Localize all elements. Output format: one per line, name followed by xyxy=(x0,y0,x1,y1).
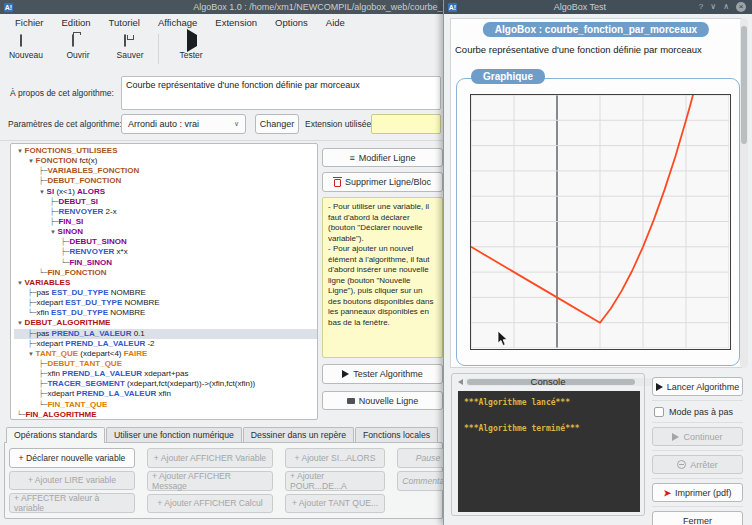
test-algorithm-button[interactable]: Tester Algorithme xyxy=(322,364,443,384)
save-button[interactable]: Sauver xyxy=(104,30,156,60)
new-button[interactable]: Nouveau xyxy=(0,30,52,60)
op-button-ajouter-afficher-message[interactable]: + Ajouter AFFICHER Message xyxy=(147,471,273,491)
shade-icon[interactable]: ∨ xyxy=(710,2,716,12)
change-params-button[interactable]: Changer xyxy=(255,114,299,134)
op-button-ajouter-afficher-calcul[interactable]: + Ajouter AFFICHER Calcul xyxy=(147,494,273,514)
tree-line[interactable]: ├─xfin PREND_LA_VALEUR xdepart+pas xyxy=(14,369,317,379)
menu-aide[interactable]: Aide xyxy=(317,17,354,28)
close-test-button[interactable]: Fermer xyxy=(652,511,743,525)
tree-line[interactable]: ├─DEBUT_SI xyxy=(14,197,317,207)
tree-token: (xdepart<4) xyxy=(78,349,124,358)
tree-line[interactable]: ├─FIN_SI xyxy=(14,217,317,227)
expand-triangle-icon: ▼ xyxy=(17,280,25,286)
op-button-ajouter-si-alors[interactable]: + Ajouter SI...ALORS xyxy=(285,448,385,468)
tab-utiliser-une-fonction-num-rique[interactable]: Utiliser une fonction numérique xyxy=(106,427,242,443)
divider xyxy=(652,478,743,479)
tree-line[interactable]: ├─TRACER_SEGMENT (xdepart,fct(xdepart))-… xyxy=(14,379,317,389)
tree-line[interactable]: ├─DEBUT_TANT_QUE xyxy=(14,359,317,369)
continue-button[interactable]: Continuer xyxy=(652,427,743,446)
extension-field[interactable] xyxy=(371,114,441,134)
tab-op-rations-standards[interactable]: Opérations standards xyxy=(6,427,105,443)
expand-triangle-icon: ▼ xyxy=(17,320,25,326)
tree-line[interactable]: └─FIN_TANT_QUE xyxy=(14,400,317,410)
tree-line[interactable]: └─xfin EST_DU_TYPE NOMBRE xyxy=(14,308,317,318)
tree-line[interactable]: ├─xdepart PREND_LA_VALEUR xfin xyxy=(14,389,317,399)
op-button-ajouter-tant-que[interactable]: + Ajouter TANT QUE... xyxy=(285,494,385,514)
about-label: À propos de cet algorithme: xyxy=(10,88,114,98)
tree-line[interactable]: ▼ FONCTIONS_UTILISEES xyxy=(14,146,317,156)
menu-extension[interactable]: Extension xyxy=(206,17,266,28)
algobox-app-icon: A! xyxy=(448,3,457,12)
menu-affichage[interactable]: Affichage xyxy=(149,17,206,28)
chevron-down-icon: ∨ xyxy=(234,120,239,128)
op-button-ajouter-pour-de-a[interactable]: + Ajouter POUR...DE...A xyxy=(285,471,385,491)
expand-triangle-icon: ▼ xyxy=(17,148,25,154)
extension-label: Extension utilisée: xyxy=(305,119,374,129)
graph-canvas[interactable] xyxy=(470,94,731,350)
delete-line-button[interactable]: Supprimer Ligne/Bloc xyxy=(322,172,443,192)
graph-vertical-scrollbar[interactable] xyxy=(740,18,748,368)
expand-triangle-icon: ▼ xyxy=(28,351,36,357)
op-button-ajouter-afficher-variable[interactable]: + Ajouter AFFICHER Variable xyxy=(147,448,273,468)
console-line xyxy=(464,409,634,422)
tab-dessiner-dans-un-rep-re[interactable]: Dessiner dans un repère xyxy=(243,427,354,443)
tree-token: x*x xyxy=(114,247,127,256)
mouse-cursor xyxy=(497,331,509,347)
menu-options[interactable]: Options xyxy=(266,17,317,28)
op-button-ajouter-lire-variable[interactable]: + Ajouter LIRE variable xyxy=(9,471,135,491)
test-titlebar[interactable]: A! AlgoBox Test ? ∨ ∧ × xyxy=(444,0,752,14)
op-button-affecter-valeur-variable[interactable]: + AFFECTER valeur à variable xyxy=(9,493,135,513)
maximize-icon[interactable]: ∧ xyxy=(723,2,729,12)
tree-line[interactable]: ├─DEBUT_SINON xyxy=(14,237,317,247)
tree-token: xdepart xyxy=(36,339,65,348)
tree-line[interactable]: ▼ FONCTION fct(x) xyxy=(14,156,317,166)
about-textarea[interactable]: Courbe représentative d'une fonction déf… xyxy=(121,76,441,110)
tree-line[interactable]: ▼ TANT_QUE (xdepart<4) FAIRE xyxy=(14,349,317,359)
menu-tutoriel[interactable]: Tutoriel xyxy=(100,17,149,28)
tree-line[interactable]: ├─xdepart EST_DU_TYPE NOMBRE xyxy=(14,298,317,308)
open-button[interactable]: Ouvrir xyxy=(52,30,104,60)
modify-line-button[interactable]: ≡ Modifier Ligne xyxy=(322,148,443,167)
tree-token: fct(x) xyxy=(77,156,97,165)
new-line-button[interactable]: Nouvelle Ligne xyxy=(322,391,443,410)
tree-line[interactable]: ├─pas EST_DU_TYPE NOMBRE xyxy=(14,288,317,298)
algorithm-tree[interactable]: ▼ FONCTIONS_UTILISEES▼ FONCTION fct(x)├─… xyxy=(10,143,318,420)
tree-line[interactable]: └─FIN_SINON xyxy=(14,258,317,268)
stop-button[interactable]: Arrêter xyxy=(652,455,743,474)
tree-line[interactable]: ├─DEBUT_FONCTION xyxy=(14,176,317,186)
test-button[interactable]: Tester xyxy=(165,30,217,60)
tree-token: SINON xyxy=(58,227,83,236)
op-button-d-clarer-nouvelle-variable[interactable]: + Déclarer nouvelle variable xyxy=(9,448,135,468)
print-pdf-button[interactable]: ➤ Imprimer (pdf) xyxy=(652,483,743,502)
curve xyxy=(471,95,694,323)
close-icon[interactable]: × xyxy=(736,2,746,12)
graphique-tab: Graphique xyxy=(471,69,545,84)
params-select[interactable]: Arrondi auto : vrai ∨ xyxy=(121,114,246,134)
tree-line[interactable]: ├─VARIABLES_FONCTION xyxy=(14,166,317,176)
tree-line[interactable]: ├─xdepart PREND_LA_VALEUR -2 xyxy=(14,339,317,349)
menu-fichier[interactable]: Fichier xyxy=(6,17,53,28)
run-algorithm-button[interactable]: Lancer Algorithme xyxy=(652,377,743,396)
tree-token: PREND_LA_VALEUR xyxy=(62,369,142,378)
tree-token: FONCTION xyxy=(36,156,78,165)
op-column: + Déclarer nouvelle variable+ Ajouter LI… xyxy=(9,448,135,513)
tree-line[interactable]: ▼ SINON xyxy=(14,227,317,237)
tree-line[interactable]: ├─RENVOYER 2-x xyxy=(14,207,317,217)
tree-line[interactable]: ├─RENVOYER x*x xyxy=(14,247,317,257)
new-line-icon xyxy=(347,398,355,404)
tree-line[interactable]: ▼ SI (x<1) ALORS xyxy=(14,187,317,197)
tree-line[interactable]: └─FIN_FONCTION xyxy=(14,268,317,278)
step-mode-label: Mode pas à pas xyxy=(669,407,733,417)
tree-line-selected[interactable]: ├─pas PREND_LA_VALEUR 0.1 xyxy=(14,329,317,339)
tree-token: RENVOYER xyxy=(58,207,103,216)
tree-line[interactable]: └─FIN_ALGORITHME xyxy=(14,410,317,420)
scrollbar-thumb[interactable] xyxy=(741,26,747,144)
step-mode-checkbox[interactable] xyxy=(654,407,664,417)
tree-token: pas xyxy=(36,329,51,338)
tree-line[interactable]: ▼ VARIABLES xyxy=(14,278,317,288)
tree-line[interactable]: ▼ DEBUT_ALGORITHME xyxy=(14,318,317,328)
menu-edition[interactable]: Edition xyxy=(53,17,100,28)
console-line: ***Algorithme lancé*** xyxy=(464,396,634,409)
tab-fonctions-locales[interactable]: Fonctions locales xyxy=(355,427,438,443)
help-icon[interactable]: ? xyxy=(699,2,703,12)
